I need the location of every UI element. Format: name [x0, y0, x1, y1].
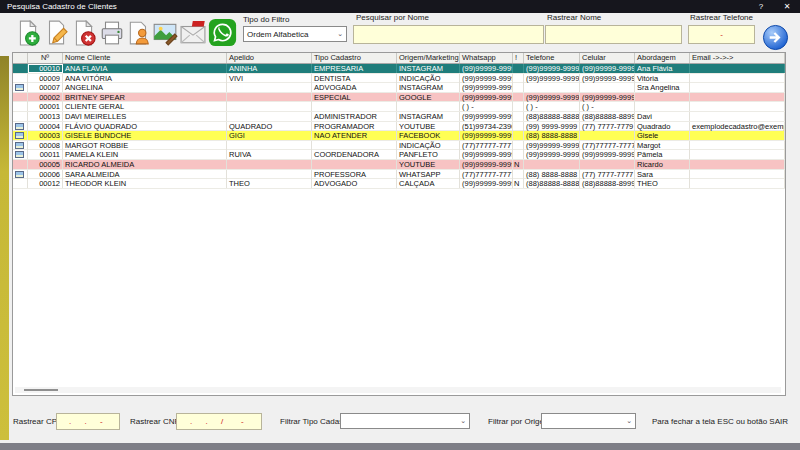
close-button[interactable]: ✕: [774, 0, 800, 13]
table-row[interactable]: 00004 FLÁVIO QUADRADO QUADRADO PROGRAMAD…: [13, 122, 785, 132]
window-edge-stripe: [0, 56, 9, 440]
cell-email: [690, 102, 785, 111]
go-button[interactable]: [762, 24, 789, 51]
cell-apelido: RUIVA: [227, 150, 312, 159]
table-row[interactable]: 00011 PAMELA KLEIN RUIVA COORDENADORA PA…: [13, 150, 785, 160]
footer: Rastrear CPF . . - Rastrear CNPJ . . / -…: [0, 396, 800, 443]
table-row[interactable]: 00005 RICARDO ALMEIDA YOUTUBE (99)99999-…: [13, 160, 785, 170]
delete-record-button[interactable]: [70, 19, 98, 47]
table-row[interactable]: 00012 THEODOR KLEIN THEO ADVOGADO CALÇAD…: [13, 179, 785, 189]
table-row[interactable]: 00003 GISELE BUNDCHE GIGI NAO ATENDER FA…: [13, 131, 785, 141]
col-header-celular[interactable]: Celular: [580, 53, 635, 63]
cell-celular: [580, 131, 635, 140]
cell-tipo: COORDENADORA: [312, 150, 397, 159]
cell-email: [690, 64, 785, 73]
row-indicator-cell: [13, 170, 28, 179]
filter-type-select[interactable]: Ordem Alfabetica ⌄: [243, 26, 347, 42]
cell-whatsapp: (99)99999-9999: [460, 64, 513, 73]
cell-celular: (99)99999-9999: [580, 93, 635, 102]
cell-telefone: (99)99999-9999: [524, 93, 580, 102]
scrollbar-thumb[interactable]: [24, 389, 58, 391]
col-header-telefone[interactable]: Telefone: [524, 53, 580, 63]
cell-celular: ( ) -: [580, 102, 635, 111]
col-header-origem[interactable]: Origem/Marketing: [397, 53, 460, 63]
table-row[interactable]: 00001 CLIENTE GERAL ( ) - ( ) - ( ) -: [13, 102, 785, 112]
cell-num: 00012: [28, 179, 63, 188]
col-header-tipo[interactable]: Tipo Cadastro: [312, 53, 397, 63]
cell-email: [690, 141, 785, 150]
cell-abordagem: Gisele: [635, 131, 690, 140]
cell-tipo: PROFESSORA: [312, 170, 397, 179]
cell-telefone: (99)99999-9999: [524, 64, 580, 73]
cell-celular: [580, 160, 635, 169]
cell-nome: FLÁVIO QUADRADO: [63, 122, 227, 131]
cell-tipo: PROGRAMADOR: [312, 122, 397, 131]
track-cpf-input[interactable]: . . -: [56, 413, 120, 430]
email-button[interactable]: [179, 19, 207, 47]
cell-whatsapp: (99)99999-9999: [460, 179, 513, 188]
grid-header-row: Nº Nome Cliente Apelido Tipo Cadastro Or…: [13, 53, 785, 64]
cell-whatsapp: (99)99999-9999: [460, 131, 513, 140]
table-row[interactable]: 00008 MARGOT ROBBIE INDICAÇÃO (77)77777-…: [13, 141, 785, 151]
cell-whatsapp: (99)99999-9999: [460, 83, 513, 92]
col-header-num[interactable]: Nº: [28, 53, 63, 63]
photo-icon: [15, 84, 24, 91]
track-name-label: Rastrear Nome: [547, 13, 601, 22]
cell-email: [690, 112, 785, 121]
cell-nome: MARGOT ROBBIE: [63, 141, 227, 150]
filter-origem-select[interactable]: ⌄: [541, 413, 636, 429]
cell-abordagem: Ana Flávia: [635, 64, 690, 73]
horizontal-scrollbar[interactable]: [15, 387, 781, 393]
table-row[interactable]: 00007 ANGELINA ADVOGADA INSTAGRAM (99)99…: [13, 83, 785, 93]
cell-excl: [513, 131, 524, 140]
print-button[interactable]: [98, 19, 126, 47]
cell-email: [690, 160, 785, 169]
cell-whatsapp: (99)99999-9999: [460, 160, 513, 169]
table-row[interactable]: 00009 ANA VITÓRIA VIVI DENTISTA INDICAÇÃ…: [13, 74, 785, 84]
table-row[interactable]: 00010 ANA FLAVIA ANINHA EMPRESARIA INSTA…: [13, 64, 785, 74]
cell-nome: THEODOR KLEIN: [63, 179, 227, 188]
filter-tipo-select[interactable]: ⌄: [340, 413, 470, 429]
col-header-nome[interactable]: Nome Cliente: [63, 53, 227, 63]
col-header-whatsapp[interactable]: Whatsapp: [460, 53, 513, 63]
cell-nome: SARA ALMEIDA: [63, 170, 227, 179]
col-header-apelido[interactable]: Apelido: [227, 53, 312, 63]
track-cpf-label: Rastrear CPF: [13, 417, 62, 426]
cell-apelido: [227, 170, 312, 179]
help-button[interactable]: ?: [748, 0, 774, 13]
cell-origem: INDICAÇÃO: [397, 74, 460, 83]
col-header-email[interactable]: Email ->->->: [690, 53, 785, 63]
cell-nome: DAVI MEIRELLES: [63, 112, 227, 121]
cell-nome: BRITNEY SPEAR: [63, 93, 227, 102]
table-row[interactable]: 00006 SARA ALMEIDA PROFESSORA WHATSAPP (…: [13, 170, 785, 180]
row-indicator-cell: [13, 64, 28, 73]
client-file-button[interactable]: [125, 19, 153, 47]
cell-whatsapp: ( ) -: [460, 102, 513, 111]
cell-tipo: [312, 141, 397, 150]
photo-button[interactable]: [151, 19, 179, 47]
cell-apelido: QUADRADO: [227, 122, 312, 131]
cell-excl: [513, 170, 524, 179]
table-row[interactable]: 00002 BRITNEY SPEAR ESPECIAL GOOGLE (99)…: [13, 93, 785, 103]
cell-abordagem: Ricardo: [635, 160, 690, 169]
edit-record-button[interactable]: [42, 19, 70, 47]
row-indicator-cell: [13, 160, 28, 169]
cell-num: 00013: [28, 112, 63, 121]
cell-origem: YOUTUBE: [397, 160, 460, 169]
new-record-button[interactable]: [14, 19, 42, 47]
track-cnpj-input[interactable]: . . / -: [176, 413, 262, 430]
cell-excl: [513, 93, 524, 102]
whatsapp-button[interactable]: [207, 17, 238, 48]
cell-origem: INSTAGRAM: [397, 112, 460, 121]
search-name-input[interactable]: [353, 25, 544, 44]
photo-icon: [15, 123, 24, 130]
photo-toolbar-icon: [152, 20, 178, 46]
table-row[interactable]: 00013 DAVI MEIRELLES ADMINISTRADOR INSTA…: [13, 112, 785, 122]
col-header-abordagem[interactable]: Abordagem: [635, 53, 690, 63]
cell-num: 00003: [28, 131, 63, 140]
track-name-input[interactable]: [545, 25, 682, 44]
row-indicator-cell: [13, 122, 28, 131]
track-phone-input[interactable]: -: [688, 25, 755, 44]
bottom-edge: [0, 443, 800, 450]
col-header-excl[interactable]: !: [513, 53, 524, 63]
